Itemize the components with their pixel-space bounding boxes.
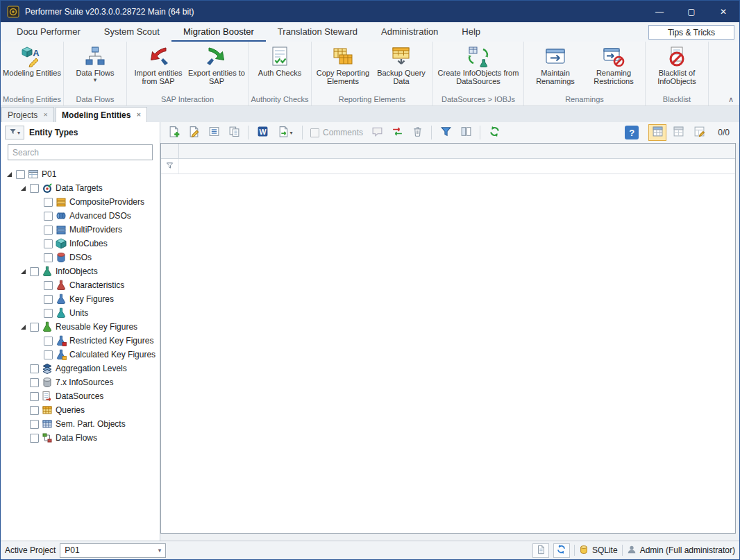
grid-header-cell[interactable]: [179, 144, 735, 158]
tree-checkbox[interactable]: [44, 295, 53, 304]
comments-checkbox[interactable]: [310, 128, 319, 137]
tab-modeling-entities[interactable]: Modeling Entities ✕: [56, 107, 147, 122]
modeling-entities-button[interactable]: AModeling Entities: [3, 43, 61, 77]
tree-expander-icon[interactable]: [19, 324, 27, 330]
maximize-button[interactable]: ▢: [675, 1, 707, 22]
tree-checkbox[interactable]: [30, 184, 39, 193]
tree-checkbox[interactable]: [30, 434, 39, 443]
menu-item-translation-steward[interactable]: Translation Steward: [266, 22, 369, 42]
tree-checkbox[interactable]: [44, 337, 53, 346]
tree-checkbox[interactable]: [44, 226, 53, 235]
tree-checkbox[interactable]: [30, 364, 39, 373]
auth-checks-button[interactable]: Auth Checks: [251, 43, 309, 77]
log-button[interactable]: [532, 543, 549, 558]
tree-item-sem-part-objects[interactable]: Sem. Part. Objects: [1, 417, 160, 431]
import-entities-from-sap-button[interactable]: Import entities from SAP: [129, 43, 187, 85]
tab-projects[interactable]: Projects ✕: [1, 107, 54, 122]
add-entity-button[interactable]: [165, 124, 183, 141]
view-grid-button[interactable]: [648, 124, 666, 141]
tree-item-advanced-dsos[interactable]: Advanced DSOs: [1, 209, 160, 223]
tree-checkbox[interactable]: [44, 253, 53, 262]
tree-item-p01[interactable]: P01: [1, 167, 160, 181]
close-icon[interactable]: ✕: [136, 112, 141, 118]
renaming-restrictions-button[interactable]: Renaming Restrictions: [585, 43, 643, 85]
menu-item-help[interactable]: Help: [450, 22, 492, 42]
user-status[interactable]: Admin (Full administrator): [627, 545, 735, 557]
tree-checkbox[interactable]: [44, 281, 53, 290]
menu-item-docu-performer[interactable]: Docu Performer: [5, 22, 92, 42]
close-icon[interactable]: ✕: [43, 112, 48, 118]
maintain-renamings-button[interactable]: Maintain Renamings: [526, 43, 585, 85]
tree-item-compositeproviders[interactable]: CompositeProviders: [1, 195, 160, 209]
sync-arrows-button[interactable]: [388, 124, 406, 141]
edit-entity-button[interactable]: [185, 124, 203, 141]
tree-checkbox[interactable]: [44, 212, 53, 221]
tree-item-infocubes[interactable]: InfoCubes: [1, 237, 160, 251]
minimize-button[interactable]: —: [644, 1, 675, 22]
tree-item-key-figures[interactable]: Key Figures: [1, 292, 160, 306]
tree-checkbox[interactable]: [30, 392, 39, 401]
active-project-select[interactable]: P01 ▾: [60, 543, 166, 558]
tree-item-restricted-key-figures[interactable]: Restricted Key Figures: [1, 334, 160, 348]
tree-checkbox[interactable]: [30, 406, 39, 415]
blacklist-of-infoobjects-button[interactable]: Blacklist of InfoObjects: [648, 43, 706, 85]
tree-checkbox[interactable]: [44, 239, 53, 248]
reconnect-button[interactable]: [553, 543, 570, 558]
menu-item-system-scout[interactable]: System Scout: [92, 22, 171, 42]
grid-filter-input-cell[interactable]: [179, 159, 735, 173]
view-list-button[interactable]: [669, 124, 687, 141]
close-button[interactable]: ✕: [707, 1, 739, 22]
view-layout-button[interactable]: [690, 124, 708, 141]
word-export-button[interactable]: W: [253, 124, 271, 141]
tree-item-calculated-key-figures[interactable]: Calculated Key Figures: [1, 348, 160, 362]
tree-item-data-targets[interactable]: Data Targets: [1, 181, 160, 195]
tree-item-characteristics[interactable]: Characteristics: [1, 278, 160, 292]
ribbon-collapse-button[interactable]: ∧: [728, 95, 734, 104]
comment-button[interactable]: [368, 124, 386, 141]
tree-item-queries[interactable]: Queries: [1, 403, 160, 417]
tree-checkbox[interactable]: [30, 323, 39, 332]
tree-item-datasources[interactable]: DataSources: [1, 389, 160, 403]
tree-item-7-x-infosources[interactable]: 7.x InfoSources: [1, 375, 160, 389]
columns-button[interactable]: [457, 124, 475, 141]
main-pane: W ▾ Comments ?: [160, 122, 739, 541]
tree-expander-icon[interactable]: [5, 171, 13, 178]
menu-item-administration[interactable]: Administration: [369, 22, 450, 42]
export-button[interactable]: ▾: [274, 124, 297, 141]
tree-item-infoobjects[interactable]: InfoObjects: [1, 264, 160, 278]
tree-item-aggregation-levels[interactable]: Aggregation Levels: [1, 362, 160, 375]
comments-toggle[interactable]: Comments: [310, 128, 363, 137]
tree-checkbox[interactable]: [30, 267, 39, 276]
search-input[interactable]: [12, 148, 148, 158]
details-button[interactable]: [205, 124, 223, 141]
tree-checkbox[interactable]: [44, 350, 53, 359]
help-button[interactable]: ?: [625, 126, 639, 139]
tree-item-units[interactable]: Units: [1, 306, 160, 320]
tips-tricks-button[interactable]: Tips & Tricks: [648, 25, 734, 40]
delete-button[interactable]: [408, 124, 426, 141]
tree-item-reusable-key-figures[interactable]: Reusable Key Figures: [1, 320, 160, 334]
tree-expander-icon[interactable]: [19, 269, 27, 275]
database-status[interactable]: SQLite: [579, 545, 618, 557]
tree-checkbox[interactable]: [16, 170, 25, 179]
backup-query-data-button[interactable]: Backup Query Data: [372, 43, 430, 85]
copy-button[interactable]: [225, 124, 243, 141]
tree-checkbox[interactable]: [44, 309, 53, 318]
tree-checkbox[interactable]: [30, 420, 39, 429]
menu-item-migration-booster[interactable]: Migration Booster: [171, 22, 266, 42]
sync-arrows-icon: [392, 126, 403, 139]
tree-checkbox[interactable]: [30, 378, 39, 387]
export-entities-to-sap-button[interactable]: Export entities to SAP: [187, 43, 246, 85]
data-flows-button[interactable]: Data Flows▾: [66, 43, 124, 83]
filter-button[interactable]: [437, 124, 455, 141]
grid-filter-icon-cell[interactable]: [161, 159, 179, 173]
tree-expander-icon[interactable]: [19, 185, 27, 192]
copy-reporting-elements-button[interactable]: Copy Reporting Elements: [314, 43, 372, 85]
create-infoobjects-from-datasources-button[interactable]: Create InfoObjects from DataSources: [435, 43, 521, 85]
tree-item-multiproviders[interactable]: MultiProviders: [1, 223, 160, 237]
entity-filter-button[interactable]: ▾: [5, 126, 24, 139]
tree-checkbox[interactable]: [44, 198, 53, 207]
tree-item-dsos[interactable]: DSOs: [1, 251, 160, 264]
tree-item-data-flows[interactable]: Data Flows: [1, 431, 160, 445]
refresh-button[interactable]: [485, 124, 503, 141]
